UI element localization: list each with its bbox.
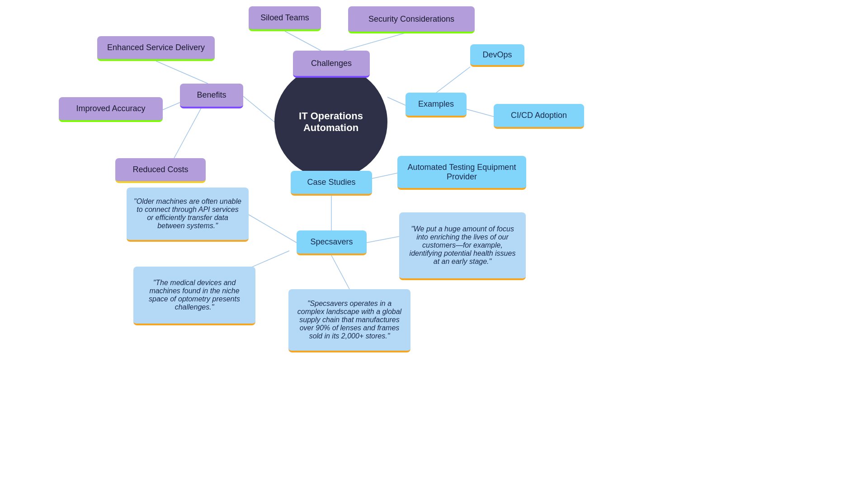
quote4-node: "We put a huge amount of focus into enri… xyxy=(399,212,526,280)
examples-label: Examples xyxy=(418,99,454,109)
automated-label: Automated Testing Equipment Provider xyxy=(405,163,519,182)
automated-node: Automated Testing Equipment Provider xyxy=(397,156,526,190)
quote2-node: "The medical devices and machines found … xyxy=(133,267,255,325)
improved-label: Improved Accuracy xyxy=(76,104,145,113)
security-label: Security Considerations xyxy=(368,14,454,24)
reduced-node: Reduced Costs xyxy=(115,158,206,183)
quote2-label: "The medical devices and machines found … xyxy=(141,279,248,311)
devops-label: DevOps xyxy=(482,50,512,60)
security-node: Security Considerations xyxy=(348,6,475,33)
reduced-label: Reduced Costs xyxy=(132,165,188,174)
quote1-label: "Older machines are often unable to conn… xyxy=(134,197,241,230)
svg-line-3 xyxy=(243,96,274,122)
specsavers-label: Specsavers xyxy=(310,237,353,247)
siloed-label: Siloed Teams xyxy=(260,13,309,23)
quote3-label: "Specsavers operates in a complex landsc… xyxy=(296,300,403,340)
svg-line-2 xyxy=(344,31,411,51)
center-label: IT Operations Automation xyxy=(282,110,380,134)
challenges-label: Challenges xyxy=(311,59,352,68)
siloed-node: Siloed Teams xyxy=(249,6,321,31)
svg-line-13 xyxy=(249,215,297,243)
casestudies-label: Case Studies xyxy=(307,178,355,187)
svg-line-4 xyxy=(156,61,208,84)
examples-node: Examples xyxy=(406,93,467,117)
quote1-node: "Older machines are often unable to conn… xyxy=(127,188,249,242)
svg-line-15 xyxy=(331,255,349,289)
enhanced-node: Enhanced Service Delivery xyxy=(97,36,215,61)
improved-node: Improved Accuracy xyxy=(59,97,163,122)
enhanced-label: Enhanced Service Delivery xyxy=(107,43,205,52)
quote3-node: "Specsavers operates in a complex landsc… xyxy=(288,289,410,352)
benefits-node: Benefits xyxy=(180,84,243,108)
cicd-node: CI/CD Adoption xyxy=(494,104,584,129)
cicd-label: CI/CD Adoption xyxy=(511,111,567,120)
casestudies-node: Case Studies xyxy=(291,171,372,196)
svg-line-8 xyxy=(436,67,470,93)
specsavers-node: Specsavers xyxy=(297,230,367,255)
quote4-label: "We put a huge amount of focus into enri… xyxy=(406,225,519,266)
svg-line-6 xyxy=(174,104,203,158)
svg-line-11 xyxy=(372,173,397,178)
center-node: IT Operations Automation xyxy=(274,66,387,178)
devops-node: DevOps xyxy=(470,44,524,67)
svg-line-1 xyxy=(285,31,321,51)
svg-line-7 xyxy=(387,97,406,105)
challenges-node: Challenges xyxy=(293,51,370,78)
benefits-label: Benefits xyxy=(197,90,226,100)
